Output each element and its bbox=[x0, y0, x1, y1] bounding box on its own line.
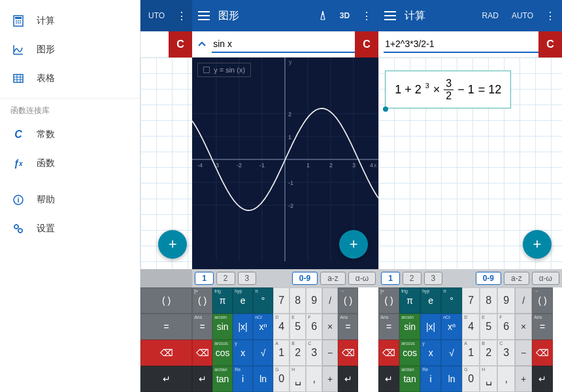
key-0[interactable]: 0G bbox=[462, 366, 480, 392]
key-[interactable]: + bbox=[515, 366, 532, 392]
key-6[interactable]: 6F bbox=[497, 314, 515, 340]
key-[interactable]: + bbox=[322, 366, 338, 392]
key-7[interactable]: 7 bbox=[462, 287, 480, 314]
key-1[interactable]: 1A bbox=[462, 340, 480, 366]
key-7[interactable]: 7 bbox=[273, 287, 289, 314]
sidebar-item-table[interactable]: 表格 bbox=[0, 64, 140, 93]
rad-label[interactable]: RAD bbox=[482, 11, 499, 20]
key-[interactable]: ( )[« bbox=[378, 287, 399, 314]
key-4[interactable]: 4D bbox=[462, 314, 480, 340]
key-3[interactable]: 3C bbox=[497, 340, 515, 366]
key-[interactable]: ⌫ bbox=[378, 340, 399, 366]
bg-clear-button[interactable]: C bbox=[169, 31, 192, 57]
key-e[interactable]: ehyp bbox=[420, 287, 441, 314]
key-[interactable]: πtrig bbox=[399, 287, 420, 314]
key-8[interactable]: 8 bbox=[480, 287, 497, 314]
menu-dots-icon[interactable]: ⋮ bbox=[175, 10, 188, 22]
graph-clear-button[interactable]: C bbox=[355, 31, 378, 57]
key-x[interactable]: xⁿnCr bbox=[253, 314, 273, 340]
menu-dots-icon[interactable]: ⋮ bbox=[544, 10, 557, 22]
legend-checkbox[interactable] bbox=[203, 67, 210, 73]
key-2[interactable]: 2B bbox=[289, 340, 306, 366]
sidebar-item-graph[interactable]: 图形 bbox=[0, 35, 140, 64]
tab-3[interactable]: 3 bbox=[424, 272, 443, 285]
key-cos[interactable]: cosarccos bbox=[212, 340, 233, 366]
key-[interactable]: − bbox=[322, 340, 338, 366]
key-[interactable]: =Ans bbox=[378, 314, 399, 340]
key-8[interactable]: 8 bbox=[289, 287, 306, 314]
key-tan[interactable]: tanarctan bbox=[399, 366, 420, 392]
compass-icon[interactable] bbox=[316, 10, 329, 21]
key[interactable]: = bbox=[140, 314, 192, 340]
sidebar-item-constants[interactable]: C 常数 bbox=[0, 120, 140, 149]
key-tan[interactable]: tanarctan bbox=[212, 366, 233, 392]
key-5[interactable]: 5E bbox=[480, 314, 497, 340]
key-[interactable]: / bbox=[515, 287, 532, 314]
calc-display[interactable]: 1 + 23 × 32 − 1 = 12 + bbox=[378, 57, 562, 269]
key-[interactable]: =Ans bbox=[338, 314, 358, 340]
key-5[interactable]: 5E bbox=[289, 314, 306, 340]
key-[interactable]: × bbox=[515, 314, 532, 340]
mode-greek[interactable]: α-ω bbox=[348, 272, 376, 285]
key-ln[interactable]: ln bbox=[441, 366, 462, 392]
key-x[interactable]: xy bbox=[420, 340, 441, 366]
tab-2[interactable]: 2 bbox=[403, 272, 422, 285]
key-[interactable]: ⌫ bbox=[338, 340, 358, 366]
sidebar-item-calc[interactable]: 计算 bbox=[0, 7, 140, 35]
key-[interactable]: =Ans bbox=[192, 314, 212, 340]
graph-legend[interactable]: y = sin (x) bbox=[197, 63, 251, 77]
mode-az[interactable]: a-z bbox=[504, 272, 529, 285]
key-[interactable]: ↵ bbox=[378, 366, 399, 392]
key-cos[interactable]: cosarccos bbox=[399, 340, 420, 366]
tab-2[interactable]: 2 bbox=[216, 272, 235, 285]
key-[interactable]: ( )→ bbox=[338, 287, 358, 314]
key[interactable]: ( ) bbox=[140, 287, 192, 314]
threeD-toggle[interactable]: 3D bbox=[340, 11, 350, 20]
key-[interactable]: , bbox=[497, 366, 515, 392]
key-4[interactable]: 4D bbox=[273, 314, 289, 340]
key-[interactable]: √ bbox=[253, 340, 273, 366]
key-6[interactable]: 6F bbox=[306, 314, 322, 340]
key-[interactable]: °π bbox=[253, 287, 273, 314]
key-[interactable]: ⌫ bbox=[192, 340, 212, 366]
key-[interactable]: ↵ bbox=[338, 366, 358, 392]
key-x[interactable]: |x| bbox=[420, 314, 441, 340]
enter-key[interactable]: ↵ bbox=[140, 366, 192, 392]
key-[interactable]: ␣H bbox=[480, 366, 497, 392]
key-[interactable]: ↵ bbox=[532, 366, 553, 392]
key-i[interactable]: iRe bbox=[233, 366, 253, 392]
hamburger-icon[interactable] bbox=[197, 11, 210, 20]
sidebar-item-functions[interactable]: ƒx 函数 bbox=[0, 149, 140, 178]
calc-input[interactable] bbox=[384, 36, 538, 53]
sidebar-item-help[interactable]: i 帮助 bbox=[0, 186, 140, 214]
key-9[interactable]: 9 bbox=[497, 287, 515, 314]
key-x[interactable]: xⁿnCr bbox=[441, 314, 462, 340]
key-[interactable]: ␣H bbox=[289, 366, 306, 392]
key-[interactable]: × bbox=[322, 314, 338, 340]
mode-09[interactable]: 0-9 bbox=[476, 272, 501, 285]
calc-fab[interactable]: + bbox=[523, 230, 552, 259]
key-[interactable]: / bbox=[322, 287, 338, 314]
tab-1[interactable]: 1 bbox=[381, 272, 400, 285]
key-sin[interactable]: sinarcsin bbox=[212, 314, 233, 340]
key-1[interactable]: 1A bbox=[273, 340, 289, 366]
key-ln[interactable]: ln bbox=[253, 366, 273, 392]
key-x[interactable]: |x| bbox=[233, 314, 253, 340]
collapse-icon[interactable] bbox=[197, 40, 207, 49]
key-2[interactable]: 2B bbox=[480, 340, 497, 366]
hamburger-icon[interactable] bbox=[384, 11, 397, 20]
sidebar-item-settings[interactable]: 设置 bbox=[0, 214, 140, 243]
graph-plot[interactable]: y = sin (x) y x -3-2-1 123 -44 21 -1-2 bbox=[192, 57, 378, 269]
key-9[interactable]: 9 bbox=[306, 287, 322, 314]
backspace-key[interactable]: ⌫ bbox=[140, 340, 192, 366]
mode-09[interactable]: 0-9 bbox=[292, 272, 318, 285]
key-0[interactable]: 0G bbox=[273, 366, 289, 392]
key-[interactable]: − bbox=[515, 340, 532, 366]
key-3[interactable]: 3C bbox=[306, 340, 322, 366]
key-[interactable]: √ bbox=[441, 340, 462, 366]
key-[interactable]: ( )→ bbox=[532, 287, 553, 314]
key-[interactable]: ⌫ bbox=[532, 340, 553, 366]
mode-greek[interactable]: α-ω bbox=[532, 272, 559, 285]
auto-label[interactable]: AUTO bbox=[512, 11, 533, 20]
key-[interactable]: ↵ bbox=[192, 366, 212, 392]
